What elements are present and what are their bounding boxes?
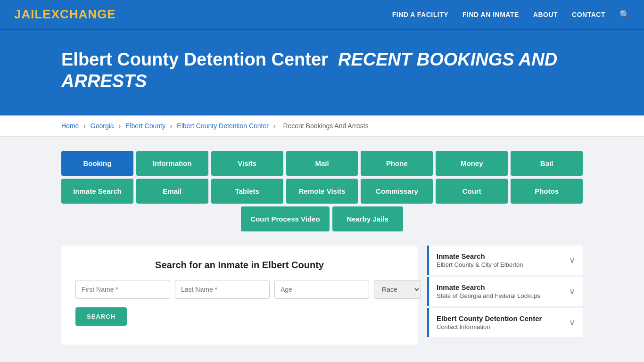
tab-court[interactable]: Court xyxy=(436,179,508,204)
sidebar-item-3-title: Elbert County Detention Center xyxy=(437,314,564,322)
tab-row-3: Court Process Video Nearby Jails xyxy=(61,206,583,231)
nav-contact[interactable]: CONTACT xyxy=(572,11,605,18)
breadcrumb-elbert-county[interactable]: Elbert County xyxy=(125,122,165,130)
tab-remote-visits[interactable]: Remote Visits xyxy=(286,179,358,204)
tab-email[interactable]: Email xyxy=(136,179,208,204)
page-title: Elbert County Detention Center RECENT BO… xyxy=(61,49,630,92)
tab-bail[interactable]: Bail xyxy=(511,151,583,176)
breadcrumb-detention-center[interactable]: Elbert County Detention Center xyxy=(177,122,269,130)
breadcrumb-current: Recent Bookings And Arrests xyxy=(283,122,368,130)
first-name-input[interactable] xyxy=(75,280,170,299)
nav-find-inmate[interactable]: FIND AN INMATE xyxy=(462,11,519,18)
sidebar-item-2-title: Inmate Search xyxy=(437,283,564,291)
breadcrumb-georgia[interactable]: Georgia xyxy=(91,122,114,130)
tab-information[interactable]: Information xyxy=(136,151,208,176)
tab-nearby-jails[interactable]: Nearby Jails xyxy=(332,206,403,231)
site-logo[interactable]: JAILEXCHANGE xyxy=(14,7,116,22)
race-select[interactable]: Race White Black Hispanic Asian Other xyxy=(374,280,421,299)
sidebar: Inmate Search Elbert County & City of El… xyxy=(427,246,583,339)
search-box: Search for an Inmate in Elbert County Ra… xyxy=(61,246,418,345)
chevron-down-icon-1: ∨ xyxy=(569,255,575,265)
search-button[interactable]: SEARCH xyxy=(75,307,127,326)
breadcrumb-home[interactable]: Home xyxy=(61,122,79,130)
nav-find-facility[interactable]: FIND A FACILITY xyxy=(392,11,448,18)
search-fields: Race White Black Hispanic Asian Other xyxy=(75,280,404,299)
tab-commissary[interactable]: Commissary xyxy=(361,179,433,204)
last-name-input[interactable] xyxy=(175,280,270,299)
tab-money[interactable]: Money xyxy=(436,151,508,176)
tab-visits[interactable]: Visits xyxy=(211,151,283,176)
nav-links: FIND A FACILITY FIND AN INMATE ABOUT CON… xyxy=(392,9,630,20)
age-input[interactable] xyxy=(274,280,369,299)
tab-court-process[interactable]: Court Process Video xyxy=(241,206,329,231)
sidebar-item-1-sub: Elbert County & City of Elberton xyxy=(437,261,564,268)
logo-jail: JAIL xyxy=(14,7,42,21)
logo-exchange: EXCHANGE xyxy=(42,7,116,21)
main-content: Booking Information Visits Mail Phone Mo… xyxy=(0,137,644,359)
chevron-down-icon-2: ∨ xyxy=(569,286,575,296)
sidebar-item-3[interactable]: Elbert County Detention Center Contact I… xyxy=(427,308,583,337)
sidebar-item-3-sub: Contact Information xyxy=(437,323,564,330)
tabs-section: Booking Information Visits Mail Phone Mo… xyxy=(61,151,583,231)
search-title: Search for an Inmate in Elbert County xyxy=(75,260,404,271)
sidebar-item-1[interactable]: Inmate Search Elbert County & City of El… xyxy=(427,246,583,275)
tab-phone[interactable]: Phone xyxy=(361,151,433,176)
sidebar-item-1-title: Inmate Search xyxy=(437,252,564,260)
tab-photos[interactable]: Photos xyxy=(511,179,583,204)
tab-tablets[interactable]: Tablets xyxy=(211,179,283,204)
nav-about[interactable]: ABOUT xyxy=(533,11,558,18)
tab-booking[interactable]: Booking xyxy=(61,151,133,176)
tab-row-1: Booking Information Visits Mail Phone Mo… xyxy=(61,151,583,176)
tab-mail[interactable]: Mail xyxy=(286,151,358,176)
lower-section: Search for an Inmate in Elbert County Ra… xyxy=(61,246,583,345)
sidebar-item-2-sub: State of Georgia and Federal Lockups xyxy=(437,292,564,299)
navbar: JAILEXCHANGE FIND A FACILITY FIND AN INM… xyxy=(0,0,644,30)
tab-row-2: Inmate Search Email Tablets Remote Visit… xyxy=(61,179,583,204)
nav-search-button[interactable]: 🔍 xyxy=(619,9,630,20)
sidebar-item-2[interactable]: Inmate Search State of Georgia and Feder… xyxy=(427,277,583,306)
breadcrumb: Home › Georgia › Elbert County › Elbert … xyxy=(0,115,644,137)
hero-section: Elbert County Detention Center RECENT BO… xyxy=(0,30,644,115)
tab-inmate-search[interactable]: Inmate Search xyxy=(61,179,133,204)
chevron-down-icon-3: ∨ xyxy=(569,317,575,328)
